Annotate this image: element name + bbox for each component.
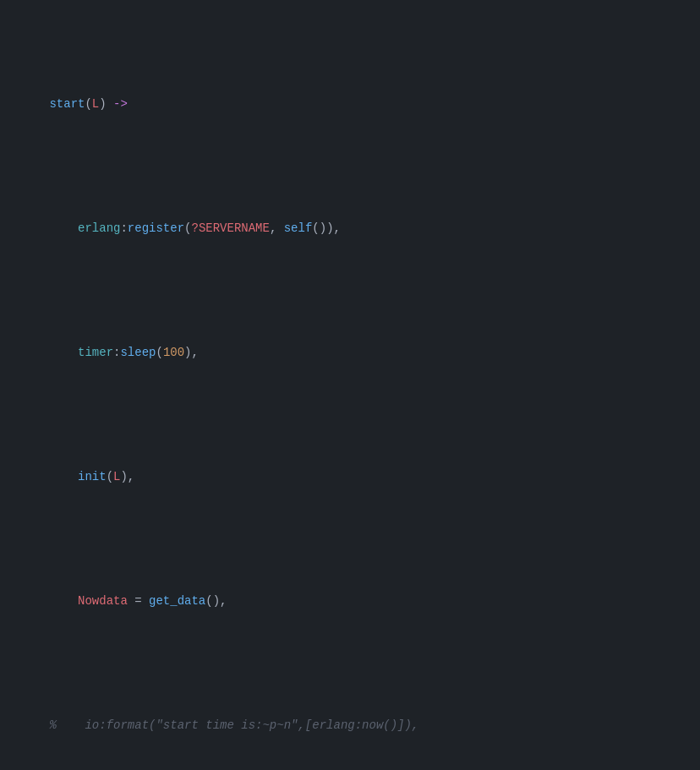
- line-sleep: timer:sleep(100),: [0, 326, 700, 380]
- line-nowdata-assign: Nowdata = get_data(),: [0, 575, 700, 628]
- line-init: init(L),: [0, 451, 700, 504]
- line-register: erlang:register(?SERVERNAME, self()),: [0, 202, 700, 255]
- line-start: start(L) ->: [0, 78, 700, 131]
- code-editor: start(L) -> erlang:register(?SERVERNAME,…: [0, 0, 700, 770]
- line-comment-start-time: % io:format("start time is:~p~n",[erlang…: [0, 699, 700, 752]
